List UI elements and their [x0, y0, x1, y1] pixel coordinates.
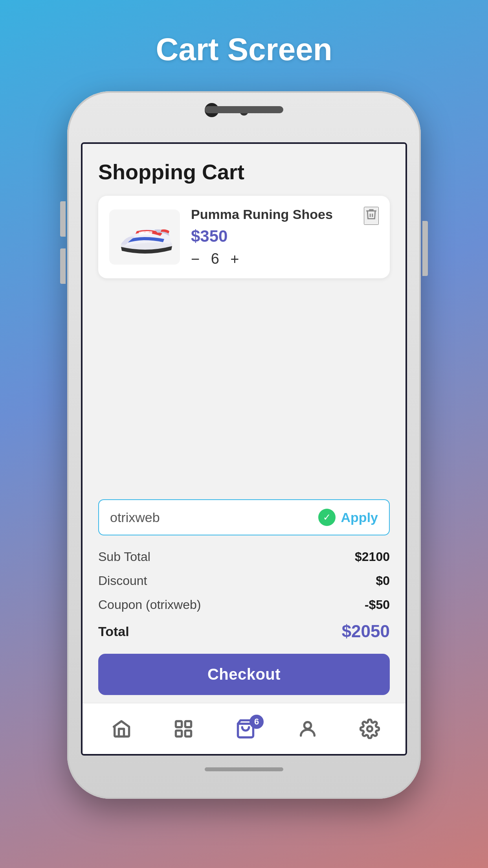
power-button — [422, 221, 428, 276]
volume-down-button — [60, 248, 66, 284]
shopping-cart-header: Shopping Cart — [98, 160, 390, 184]
shoe-image-icon — [115, 215, 174, 259]
phone-top — [67, 91, 421, 142]
settings-icon — [357, 717, 382, 741]
home-icon — [109, 717, 134, 741]
total-value: $2050 — [342, 622, 390, 641]
cart-badge: 6 — [250, 715, 264, 729]
trash-icon — [365, 208, 378, 221]
cart-item-price: $350 — [191, 227, 379, 246]
phone-shell: Shopping Cart — [67, 91, 421, 799]
quantity-control: − 6 + — [191, 250, 379, 267]
apply-coupon-button[interactable]: Apply — [341, 510, 378, 525]
phone-screen: Shopping Cart — [81, 142, 407, 756]
cart-item-card: Pumma Runing Shoes $350 − 6 + — [98, 196, 390, 278]
volume-up-button — [60, 201, 66, 237]
total-label: Total — [98, 624, 129, 639]
discount-row: Discount $0 — [98, 569, 390, 593]
quantity-decrease-button[interactable]: − — [191, 252, 200, 267]
coupon-code-display[interactable]: otrixweb — [110, 510, 313, 525]
summary-section: Sub Total $2100 Discount $0 Coupon (otri… — [83, 545, 405, 646]
coupon-input-row: otrixweb ✓ Apply — [98, 499, 390, 535]
bottom-nav: 6 — [83, 703, 407, 754]
nav-item-grid[interactable] — [171, 717, 196, 741]
subtotal-row: Sub Total $2100 — [98, 545, 390, 569]
delete-item-button[interactable] — [364, 207, 379, 225]
coupon-label: Coupon (otrixweb) — [98, 598, 201, 612]
checkout-button[interactable]: Checkout — [98, 654, 390, 695]
cart-item-info: Pumma Runing Shoes $350 − 6 + — [191, 207, 379, 267]
quantity-value: 6 — [209, 250, 221, 267]
speaker-icon — [205, 106, 283, 113]
quantity-increase-button[interactable]: + — [230, 252, 239, 267]
coupon-section: otrixweb ✓ Apply — [83, 499, 405, 535]
svg-rect-5 — [185, 730, 191, 736]
check-mark: ✓ — [323, 512, 331, 523]
nav-item-cart[interactable]: 6 — [233, 717, 258, 741]
svg-rect-2 — [176, 721, 182, 727]
svg-point-7 — [304, 722, 311, 728]
discount-label: Discount — [98, 574, 147, 588]
cart-item-image — [109, 210, 180, 265]
grid-icon — [171, 717, 196, 741]
svg-rect-3 — [185, 721, 191, 727]
page-title: Cart Screen — [156, 31, 332, 68]
profile-icon — [295, 717, 320, 741]
discount-value: $0 — [376, 574, 390, 588]
cart-item-name: Pumma Runing Shoes — [191, 207, 379, 222]
home-indicator — [205, 767, 283, 771]
total-row: Total $2050 — [98, 617, 390, 646]
screen-content: Shopping Cart — [83, 144, 405, 499]
phone-bottom — [67, 763, 421, 787]
nav-item-settings[interactable] — [357, 717, 382, 741]
coupon-row: Coupon (otrixweb) -$50 — [98, 593, 390, 617]
subtotal-value: $2100 — [355, 550, 390, 564]
subtotal-label: Sub Total — [98, 550, 150, 564]
cart-icon: 6 — [233, 717, 258, 741]
svg-point-8 — [367, 726, 372, 731]
checkout-section: Checkout — [83, 654, 405, 703]
coupon-discount-value: -$50 — [365, 598, 390, 612]
nav-item-home[interactable] — [109, 717, 134, 741]
svg-rect-4 — [176, 730, 182, 736]
nav-item-profile[interactable] — [295, 717, 320, 741]
coupon-check-icon: ✓ — [318, 509, 336, 526]
cart-empty-space — [98, 286, 390, 499]
